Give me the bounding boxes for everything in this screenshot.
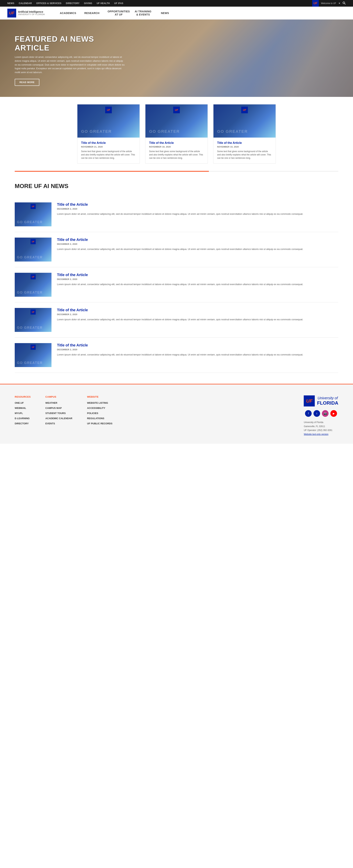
featured-article-3: UF GO GREATER Title of the Article NOVEM… [213, 104, 276, 163]
footer-policies[interactable]: POLICIES [87, 412, 98, 414]
welcome-dropdown[interactable]: ▼ [338, 2, 341, 5]
main-nav-items: ACADEMICS RESEARCH OPPORTUNITIES AT UF A… [56, 7, 346, 20]
article-2-uf-badge: UF [173, 106, 180, 113]
article-1-title[interactable]: Title of the Article [81, 141, 136, 145]
footer-uf-logo: UF University of FLORIDA [304, 395, 338, 406]
news-2-title[interactable]: Title of the Article [57, 238, 338, 242]
news-1-date: DECEMBER 2, 2020 [57, 208, 338, 210]
top-nav-ufhealth[interactable]: UF HEALTH [97, 2, 110, 5]
article-2-desc: Some text that gives some background of … [149, 150, 204, 160]
footer-address-line2: Gainesville, FL 32611 [304, 425, 338, 429]
footer-accessibility[interactable]: ACCESSIBILITY [87, 407, 105, 409]
article-3-uf-badge: UF [241, 106, 248, 113]
footer-public-records[interactable]: UF PUBLIC RECORDS [87, 422, 112, 425]
article-1-body: Title of the Article NOVEMBER 21, 2020 S… [77, 137, 140, 163]
hero-title: FEATURED AI NEWS ARTICLE [15, 35, 125, 52]
news-2-desc: Lorem ipsum dolor sit amet, consectetur … [57, 247, 338, 251]
nav-news[interactable]: NEWS [157, 7, 173, 20]
article-2-body: Title of the Article NOVEMBER 18, 2020 S… [145, 137, 208, 163]
footer-student-tours[interactable]: STUDENT TOURS [45, 412, 66, 414]
hero-read-more-button[interactable]: READ MORE [15, 79, 39, 86]
featured-article-2: UF GO GREATER Title of the Article NOVEM… [145, 104, 208, 163]
footer-content: RESOURCES ONE.UF WEBMAIL MYUFL E-LEARNIN… [15, 395, 338, 436]
uf-logo-main: UF [7, 9, 16, 18]
news-list: UF GO GREATER Title of the Article DECEM… [15, 197, 338, 373]
footer-regulations[interactable]: REGULATIONS [87, 417, 104, 420]
search-button[interactable] [343, 2, 346, 5]
news-5-title[interactable]: Title of the Article [57, 343, 338, 347]
top-nav-giving[interactable]: GIVING [84, 2, 92, 5]
news-1-badge: UF [31, 204, 36, 209]
top-nav-news[interactable]: NEWS [7, 2, 14, 5]
footer-campus-heading: CAMPUS [45, 395, 72, 398]
news-item-4: UF GO GREATER Title of the Article DECEM… [15, 302, 338, 338]
youtube-icon[interactable]: ▶ [330, 410, 337, 417]
footer-address-line3: UF Operator: (352) 392-3261 [304, 428, 338, 432]
nav-opportunities[interactable]: OPPORTUNITIES AT UF [104, 7, 129, 20]
article-1-desc: Some text that gives some background of … [81, 150, 136, 160]
footer-florida-text: FLORIDA [317, 400, 338, 406]
article-3-title[interactable]: Title of the Article [217, 141, 272, 145]
top-nav-links: NEWS CALENDAR OFFICES & SERVICES DIRECTO… [7, 2, 123, 5]
top-nav-calendar[interactable]: CALENDAR [19, 2, 32, 5]
nav-ai-training[interactable]: AI TRAINING & EVENTS [129, 7, 157, 20]
svg-point-0 [343, 2, 345, 4]
hero-description: Lorem ipsum dolor sit amet, consectetur … [15, 55, 125, 74]
news-1-image: UF GO GREATER [15, 203, 51, 226]
article-1-uf-badge: UF [105, 106, 112, 113]
news-2-image: UF GO GREATER [15, 238, 51, 261]
top-nav-directory[interactable]: DIRECTORY [66, 2, 80, 5]
news-1-go-greater: GO GREATER [17, 220, 43, 224]
footer-uf-name: University of FLORIDA [317, 396, 338, 406]
news-4-content: Title of the Article DECEMBER 2, 2020 Lo… [57, 308, 338, 321]
footer-weather[interactable]: WEATHER [45, 402, 57, 404]
footer-webmail[interactable]: WEBMAIL [15, 407, 26, 409]
footer-directory[interactable]: DIRECTORY [15, 422, 29, 425]
news-3-desc: Lorem ipsum dolor sit amet, consectetur … [57, 282, 338, 286]
footer: RESOURCES ONE.UF WEBMAIL MYUFL E-LEARNIN… [0, 384, 353, 444]
footer-one-uf[interactable]: ONE.UF [15, 402, 24, 404]
news-item-3: UF GO GREATER Title of the Article DECEM… [15, 267, 338, 302]
news-5-badge: UF [31, 345, 36, 350]
footer-campus-map[interactable]: CAMPUS MAP [45, 407, 62, 409]
article-2-title[interactable]: Title of the Article [149, 141, 204, 145]
news-4-title[interactable]: Title of the Article [57, 308, 338, 312]
footer-address: University of Florida Gainesville, FL 32… [304, 421, 338, 436]
facebook-icon[interactable]: f [305, 410, 312, 417]
uf-logo-top: UF [312, 0, 319, 7]
news-1-title[interactable]: Title of the Article [57, 203, 338, 207]
top-nav-ufifas[interactable]: UF IFAS [114, 2, 123, 5]
news-3-badge: UF [31, 274, 36, 279]
footer-elearning[interactable]: E-LEARNING [15, 417, 30, 420]
news-3-title[interactable]: Title of the Article [57, 273, 338, 277]
news-3-content: Title of the Article DECEMBER 2, 2020 Lo… [57, 273, 338, 286]
nav-research[interactable]: RESEARCH [80, 7, 104, 20]
footer-events[interactable]: EVENTS [45, 422, 55, 425]
news-5-date: DECEMBER 2, 2020 [57, 348, 338, 351]
twitter-icon[interactable]: t [314, 410, 320, 417]
nav-academics[interactable]: ACADEMICS [56, 7, 80, 20]
news-item-5: UF GO GREATER Title of the Article DECEM… [15, 338, 338, 373]
footer-website-listing[interactable]: WEBSITE LISTING [87, 402, 108, 404]
footer-myufl[interactable]: MYUFL [15, 412, 23, 414]
instagram-icon[interactable]: 📷 [322, 410, 328, 417]
footer-uf-square: UF [304, 395, 315, 406]
more-news-title: MORE UF AI NEWS [15, 183, 338, 189]
news-item-2: UF GO GREATER Title of the Article DECEM… [15, 232, 338, 267]
svg-line-1 [345, 3, 346, 4]
footer-address-line1: University of Florida [304, 421, 338, 425]
top-nav-offices[interactable]: OFFICES & SERVICES [36, 2, 61, 5]
news-1-desc: Lorem ipsum dolor sit amet, consectetur … [57, 212, 338, 216]
news-2-go-greater: GO GREATER [17, 255, 43, 259]
article-2-date: NOVEMBER 18, 2020 [149, 146, 204, 148]
social-icons: f t 📷 ▶ [304, 410, 338, 417]
footer-website-col: WEBSITE WEBSITE LISTING ACCESSIBILITY PO… [87, 395, 112, 436]
footer-academic-calendar[interactable]: ACADEMIC CALENDAR [45, 417, 72, 420]
article-3-go-greater: GO GREATER [217, 129, 248, 134]
news-5-desc: Lorem ipsum dolor sit amet, consectetur … [57, 353, 338, 357]
footer-logo-col: UF University of FLORIDA f t 📷 ▶ Univers… [304, 395, 338, 436]
article-3-image: UF GO GREATER [213, 104, 276, 137]
news-4-image: UF GO GREATER [15, 308, 51, 332]
footer-text-only-link[interactable]: Website text-only version [304, 433, 328, 436]
article-3-desc: Some text that gives some background of … [217, 150, 272, 160]
